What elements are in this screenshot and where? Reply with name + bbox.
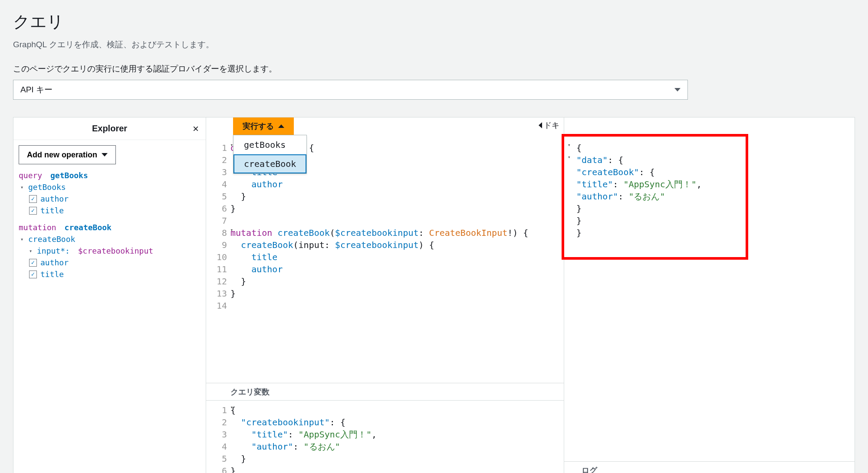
explorer-title: Explorer: [92, 124, 127, 134]
mutation-field-title[interactable]: title: [40, 268, 64, 280]
checkbox-checked-icon[interactable]: ✓: [29, 271, 37, 278]
query-editor[interactable]: 実行する getBooks createBook ドキ 1234567 8910…: [206, 117, 564, 383]
checkbox-checked-icon[interactable]: ✓: [29, 195, 37, 203]
query-field-title[interactable]: title: [40, 205, 64, 216]
run-menu: getBooks createBook: [233, 135, 307, 174]
auth-provider-value: API キー: [20, 84, 53, 95]
close-icon[interactable]: ×: [193, 123, 199, 135]
run-menu-item-getbooks[interactable]: getBooks: [233, 135, 306, 154]
explorer-header: Explorer ×: [13, 117, 206, 140]
query-name[interactable]: getBooks: [50, 170, 88, 181]
chevron-up-icon: [278, 124, 284, 128]
query-variables-header[interactable]: クエリ変数: [206, 383, 564, 401]
checkbox-checked-icon[interactable]: ✓: [29, 259, 37, 267]
mutation-operation: mutation createBook ▾ createBook ▾ input…: [19, 222, 201, 280]
line-gutter: 1234567 891011121314: [206, 142, 230, 312]
auth-provider-select[interactable]: API キー: [13, 80, 688, 100]
chevron-left-icon: [539, 122, 542, 128]
run-menu-item-createbook[interactable]: createBook: [233, 154, 306, 173]
query-operation: query getBooks ▾ getBooks ✓ author ✓ tit…: [19, 170, 201, 216]
query-field-author[interactable]: author: [40, 193, 69, 205]
code-lines[interactable]: { "createbookinput": { "title": "AppSync…: [230, 404, 564, 473]
query-variables-editor[interactable]: 123456 { "createbookinput": { "title": "…: [206, 401, 564, 473]
fold-icon[interactable]: ▾: [20, 235, 26, 243]
workspace: Explorer × Add new operation query getBo…: [13, 117, 855, 473]
result-panel: ▾ ▾ { "data": { "createBook": { "title":…: [564, 117, 855, 473]
mutation-name[interactable]: createBook: [65, 222, 112, 233]
docs-label: ドキ: [544, 120, 559, 130]
checkbox-checked-icon[interactable]: ✓: [29, 207, 37, 215]
explorer-body: Add new operation query getBooks ▾ getBo…: [13, 140, 206, 473]
fold-icon[interactable]: ▾: [29, 247, 35, 255]
explorer-panel: Explorer × Add new operation query getBo…: [13, 117, 206, 473]
mutation-keyword: mutation: [19, 222, 56, 233]
mutation-field-root[interactable]: createBook: [28, 233, 75, 245]
page-subtitle: GraphQL クエリを作成、検証、およびテストします。: [13, 39, 855, 50]
query-keyword: query: [19, 170, 42, 181]
log-header[interactable]: ログ: [564, 461, 855, 473]
docs-link[interactable]: ドキ: [539, 120, 559, 130]
add-operation-button[interactable]: Add new operation: [19, 145, 116, 164]
auth-provider-label: このページでクエリの実行に使用する認証プロバイダーを選択します。: [13, 63, 855, 75]
query-field-root[interactable]: getBooks: [28, 181, 66, 193]
mutation-field-author[interactable]: author: [40, 257, 69, 268]
result-body[interactable]: ▾ ▾ { "data": { "createBook": { "title":…: [564, 117, 855, 461]
page-title: クエリ: [13, 11, 855, 33]
add-operation-label: Add new operation: [27, 150, 97, 160]
run-button[interactable]: 実行する: [233, 117, 294, 135]
fold-icon[interactable]: ▾: [20, 183, 26, 191]
run-button-label: 実行する: [243, 121, 274, 131]
mutation-input-value: $createbookinput: [78, 245, 153, 257]
chevron-down-icon: [102, 153, 108, 157]
mutation-input-label[interactable]: input*:: [37, 245, 70, 257]
line-gutter: 123456: [206, 404, 230, 473]
editor-panel: 実行する getBooks createBook ドキ 1234567 8910…: [206, 117, 564, 473]
chevron-down-icon: [674, 88, 681, 91]
